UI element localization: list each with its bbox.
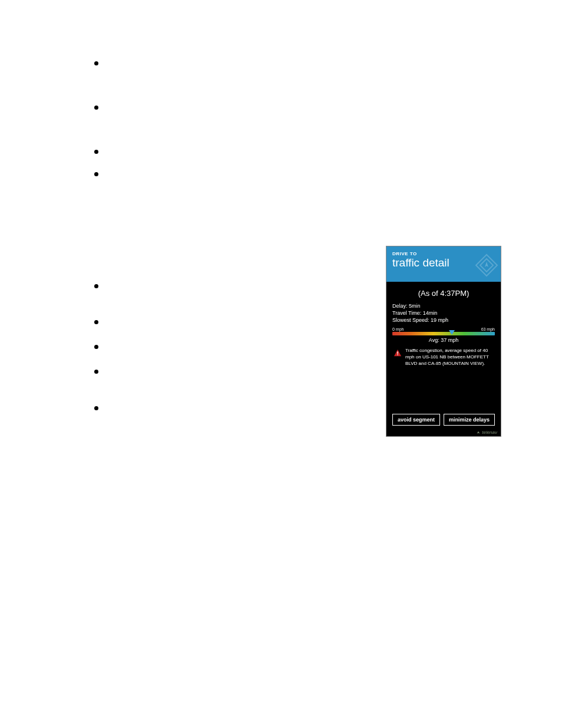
footer-brand-text: telenav	[482, 430, 497, 435]
svg-rect-0	[397, 352, 398, 354]
app-header: DRIVE TO traffic detail	[386, 246, 501, 282]
incident-description: Traffic congestion, average speed of 40 …	[405, 348, 494, 367]
warning-icon	[394, 349, 402, 357]
speed-gauge	[392, 332, 495, 335]
brand-mark-icon	[476, 430, 481, 435]
bullet	[94, 61, 98, 65]
bullet	[94, 172, 98, 176]
as-of-timestamp: (As of 4:37PM)	[392, 289, 495, 298]
avoid-segment-button[interactable]: avoid segment	[392, 414, 440, 426]
bullet	[94, 370, 98, 374]
bullet	[94, 320, 98, 324]
app-logo-icon	[475, 253, 498, 277]
svg-rect-1	[397, 355, 398, 355]
gauge-max-label: 63 mph	[481, 327, 495, 331]
speed-gauge-labels: 0 mph 63 mph	[392, 327, 495, 331]
bullet	[94, 345, 98, 349]
traffic-stats: Delay: 5min Travel Time: 14min Slowest S…	[392, 302, 495, 324]
bullet	[94, 406, 98, 410]
content-area: (As of 4:37PM) Delay: 5min Travel Time: …	[386, 282, 501, 367]
bullet	[94, 284, 98, 288]
travel-time-value: Travel Time: 14min	[392, 309, 495, 317]
bullet	[94, 106, 98, 110]
gauge-min-label: 0 mph	[392, 327, 404, 331]
bullet	[94, 150, 98, 154]
footer-brand: telenav	[476, 430, 497, 435]
speed-gauge-marker-icon	[449, 330, 455, 335]
phone-screenshot: DRIVE TO traffic detail (As of 4:37PM) D…	[386, 246, 501, 437]
minimize-delays-button[interactable]: minimize delays	[444, 414, 495, 426]
delay-value: Delay: 5min	[392, 302, 495, 309]
slowest-speed-value: Slowest Speed: 19 mph	[392, 317, 495, 324]
avg-speed-label: Avg: 37 mph	[392, 337, 495, 343]
incident-row: Traffic congestion, average speed of 40 …	[392, 348, 495, 367]
action-button-row: avoid segment minimize delays	[386, 414, 501, 426]
